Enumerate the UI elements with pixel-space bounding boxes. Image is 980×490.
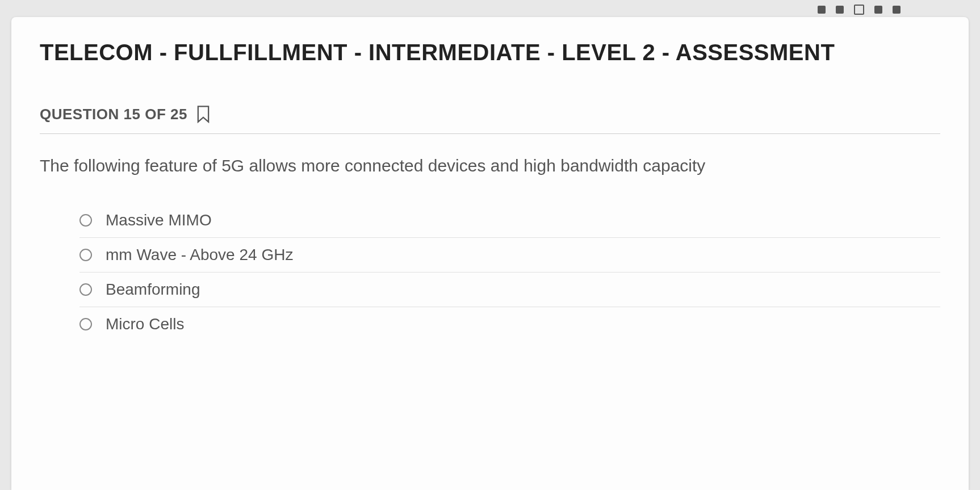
- option-label: Massive MIMO: [106, 211, 212, 229]
- dot-indicator: [836, 6, 844, 14]
- radio-icon: [79, 214, 92, 227]
- dot-indicator: [874, 6, 882, 14]
- options-list: Massive MIMO mm Wave - Above 24 GHz Beam…: [40, 203, 940, 341]
- option-row-massive-mimo[interactable]: Massive MIMO: [79, 203, 940, 238]
- dot-indicator: [893, 6, 901, 14]
- question-text: The following feature of 5G allows more …: [40, 154, 940, 178]
- assessment-card: TELECOM - FULLFILLMENT - INTERMEDIATE - …: [11, 17, 969, 490]
- dot-indicator-active: [854, 5, 864, 15]
- option-label: Beamforming: [106, 280, 200, 299]
- option-row-micro-cells[interactable]: Micro Cells: [79, 307, 940, 341]
- radio-icon: [79, 318, 92, 330]
- option-label: mm Wave - Above 24 GHz: [106, 246, 293, 264]
- bookmark-icon[interactable]: [195, 105, 211, 123]
- radio-icon: [79, 249, 92, 261]
- option-label: Micro Cells: [106, 315, 184, 333]
- radio-icon: [79, 283, 92, 296]
- window-indicator-dots: [818, 5, 901, 15]
- question-counter: QUESTION 15 OF 25: [40, 106, 187, 123]
- assessment-title: TELECOM - FULLFILLMENT - INTERMEDIATE - …: [40, 40, 940, 65]
- option-row-mm-wave[interactable]: mm Wave - Above 24 GHz: [79, 238, 940, 273]
- question-header: QUESTION 15 OF 25: [40, 105, 940, 134]
- dot-indicator: [818, 6, 826, 14]
- option-row-beamforming[interactable]: Beamforming: [79, 273, 940, 307]
